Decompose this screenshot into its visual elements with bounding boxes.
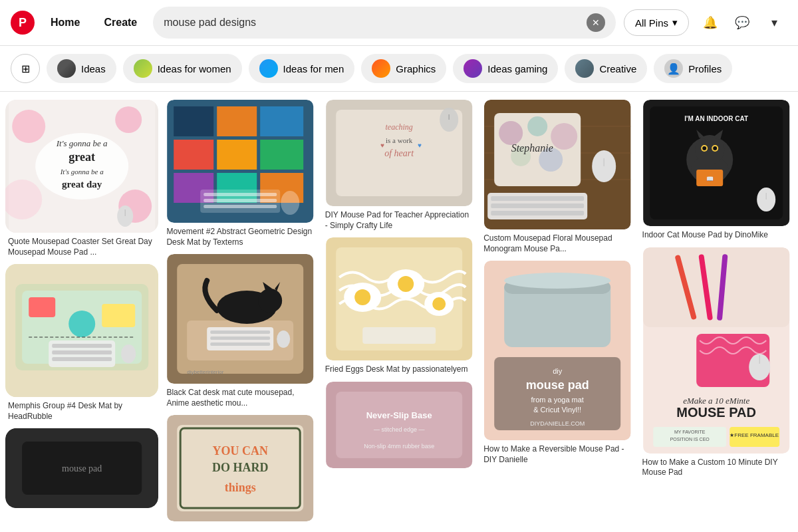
svg-text:great: great: [68, 150, 95, 164]
svg-point-92: [551, 123, 577, 150]
ideas-men-chip-label: Ideas for men: [283, 63, 344, 74]
svg-point-91: [527, 116, 547, 136]
svg-rect-29: [217, 106, 257, 136]
svg-rect-28: [174, 106, 214, 136]
svg-text:great day: great day: [62, 179, 102, 190]
svg-text:♥: ♥: [418, 142, 422, 149]
svg-text:It's gonna be a: It's gonna be a: [60, 168, 104, 176]
message-icon: 💬: [735, 15, 749, 30]
svg-text:mouse pad: mouse pad: [526, 378, 589, 392]
svg-text:diybetterinterior: diybetterinterior: [188, 369, 224, 375]
svg-text:eMake a 10 eMinte: eMake a 10 eMinte: [683, 396, 749, 406]
svg-rect-99: [491, 211, 584, 215]
pin-card[interactable]: Stephanie Custom Mousepad Floral Mousepa…: [481, 100, 634, 255]
filter-chip-graphics[interactable]: Graphics: [361, 54, 446, 83]
svg-rect-33: [261, 140, 304, 170]
svg-rect-15: [29, 297, 55, 317]
filter-chip-ideas-women[interactable]: Ideas for women: [123, 54, 242, 83]
svg-rect-38: [204, 193, 277, 196]
pin-card[interactable]: It's gonna be a great It's gonna be a gr…: [5, 100, 158, 259]
ideas-gaming-chip-label: Ideas gaming: [487, 63, 547, 74]
filter-chip-ideas[interactable]: Ideas: [47, 54, 116, 83]
pinterest-logo[interactable]: P: [11, 11, 35, 35]
nav-home[interactable]: Home: [43, 11, 88, 34]
pin-card[interactable]: Never-Slip Base — stitched edge — Non-sl…: [323, 382, 475, 468]
svg-rect-97: [491, 196, 584, 201]
pin-title: Quote Mousepad Coaster Set Great Day Mou…: [5, 233, 158, 259]
svg-point-23: [121, 344, 136, 363]
svg-point-77: [432, 297, 446, 311]
svg-text:diy: diy: [553, 367, 563, 375]
header-icons: 🔔 💬 ▾: [697, 9, 787, 36]
svg-text:Stephanie: Stephanie: [511, 142, 553, 154]
svg-text:DIYDANIELLE.COM: DIYDANIELLE.COM: [530, 420, 585, 427]
pins-grid: It's gonna be a great It's gonna be a gr…: [0, 92, 798, 532]
clear-search-button[interactable]: ✕: [587, 13, 605, 32]
svg-text:teaching: teaching: [385, 122, 412, 132]
filter-chip-ideas-gaming[interactable]: Ideas gaming: [453, 54, 558, 83]
ideas-gaming-chip-thumb: [464, 59, 482, 78]
ideas-women-chip-thumb: [134, 59, 152, 78]
pin-card[interactable]: Fried Eggs Desk Mat by passionatelyem: [323, 237, 475, 376]
pin-title: Fried Eggs Desk Mat by passionatelyem: [323, 360, 475, 376]
svg-text:I'M AN INDOOR CAT: I'M AN INDOOR CAT: [684, 115, 748, 122]
svg-point-90: [499, 121, 523, 145]
svg-rect-17: [102, 304, 135, 327]
pin-card[interactable]: 📖 I'M AN INDOOR CAT Indoor Cat Mouse Pad…: [640, 100, 793, 242]
all-pins-dropdown[interactable]: All Pins ▾: [624, 9, 689, 36]
filter-chip-profiles[interactable]: 👤 Profiles: [654, 54, 732, 83]
notification-button[interactable]: 🔔: [697, 9, 724, 36]
pin-card[interactable]: diy mouse pad from a yoga mat & Cricut V…: [481, 261, 634, 466]
pin-title: How to Make a Reversible Mouse Pad - DIY…: [481, 440, 634, 466]
svg-text:YOU CAN: YOU CAN: [213, 444, 269, 458]
header: P Home Create ✕ All Pins ▾ 🔔 💬 ▾: [0, 0, 798, 46]
svg-text:Never-Slip Base: Never-Slip Base: [366, 410, 432, 420]
filter-chip-ideas-men[interactable]: Ideas for men: [249, 54, 355, 83]
pin-title: Memphis Group #4 Desk Mat by HeadRubble: [5, 397, 158, 423]
profiles-chip-thumb: 👤: [664, 59, 683, 78]
nav-create[interactable]: Create: [96, 11, 145, 34]
svg-text:of heart: of heart: [384, 148, 414, 158]
graphics-chip-thumb: [372, 59, 390, 78]
pin-card[interactable]: mouse pad: [5, 428, 158, 508]
messages-button[interactable]: 💬: [729, 9, 755, 36]
svg-point-73: [354, 289, 370, 305]
svg-rect-39: [204, 199, 277, 202]
pin-card[interactable]: eMake a 10 eMinte MOUSE PAD ★FREE FRAMAB…: [640, 247, 793, 479]
svg-point-41: [281, 191, 300, 215]
pin-card[interactable]: Memphis Group #4 Desk Mat by HeadRubble: [5, 264, 158, 423]
svg-text:It's gonna be a: It's gonna be a: [56, 138, 108, 148]
svg-text:things: things: [225, 481, 256, 494]
more-button[interactable]: ▾: [761, 9, 787, 36]
filter-chip-creative[interactable]: Creative: [565, 54, 647, 83]
creative-chip-thumb: [575, 59, 594, 78]
svg-text:Non-slip 4mm rubber base: Non-slip 4mm rubber base: [364, 443, 434, 450]
ideas-men-chip-thumb: [259, 59, 278, 78]
pin-title: Movement #2 Abstract Geometric Design De…: [164, 223, 317, 249]
svg-rect-50: [211, 331, 271, 334]
pin-title: Custom Mousepad Floral Mousepad Monogram…: [481, 229, 634, 255]
svg-rect-98: [491, 203, 584, 208]
svg-rect-130: [643, 247, 789, 327]
pin-card[interactable]: teaching is a work of heart ♥ ♥ DIY Mous…: [323, 100, 475, 232]
svg-rect-21: [52, 350, 112, 354]
pin-card[interactable]: YOU CAN DO HARD things: [164, 415, 317, 521]
svg-text:MY FAVORITE: MY FAVORITE: [674, 430, 706, 434]
svg-point-1: [12, 110, 45, 143]
bell-icon: 🔔: [703, 15, 718, 30]
svg-rect-20: [52, 344, 112, 348]
pin-title: Indoor Cat Mouse Pad by DinoMike: [640, 226, 793, 242]
pin-card[interactable]: Movement #2 Abstract Geometric Design De…: [164, 100, 317, 249]
pin-card[interactable]: diybetterinterior Black Cat desk mat cut…: [164, 254, 317, 410]
ideas-women-chip-label: Ideas for women: [158, 63, 231, 74]
search-input[interactable]: [164, 17, 581, 29]
svg-point-106: [504, 273, 610, 289]
filter-options-button[interactable]: ⊞: [11, 54, 40, 83]
creative-chip-label: Creative: [599, 63, 636, 74]
dropdown-icon: ▾: [672, 17, 678, 29]
svg-text:& Cricut Vinyl!!: & Cricut Vinyl!!: [533, 406, 581, 414]
svg-point-16: [68, 311, 95, 337]
svg-text:— stitched edge —: — stitched edge —: [374, 426, 425, 433]
svg-text:MOUSE PAD: MOUSE PAD: [676, 405, 756, 420]
pin-title: How to Make a Custom 10 Minute DIY Mouse…: [640, 454, 793, 479]
